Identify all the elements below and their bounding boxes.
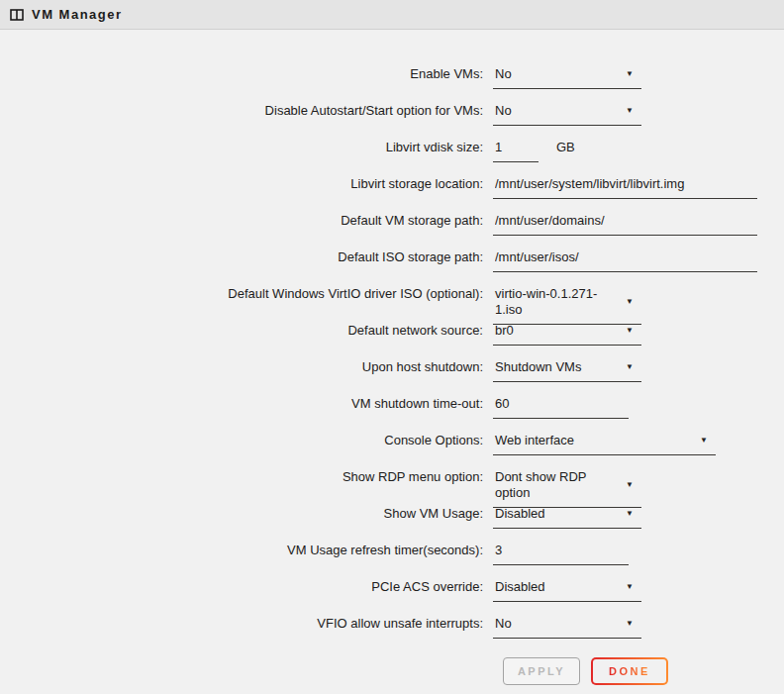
form-row: Disable Autostart/Start option for VMs:N… <box>0 93 784 130</box>
vfio-unsafe-interrupts-select[interactable]: No▼ <box>493 606 641 639</box>
apply-button[interactable]: APPLY <box>503 657 580 685</box>
done-button[interactable]: DONE <box>591 657 668 685</box>
form-row: Libvirt vdisk size:GB <box>0 130 784 166</box>
pcie-acs-override-label: PCIe ACS override: <box>0 569 493 595</box>
host-shutdown-select[interactable]: Shutdown VMs▼ <box>493 349 641 382</box>
libvirt-vdisk-size-suffix-label: GB <box>556 130 575 155</box>
form-row: Console Options:Web interface▼ <box>0 423 784 459</box>
done-button-label: DONE <box>609 665 650 677</box>
console-options-selected-value: Web interface <box>495 433 574 448</box>
vm-storage-path-input[interactable] <box>493 203 757 236</box>
network-source-label: Default network source: <box>0 313 493 339</box>
dropdown-caret-icon: ▼ <box>626 66 634 82</box>
form-rows: Enable VMs:No▼Disable Autostart/Start op… <box>0 56 784 643</box>
dropdown-caret-icon: ▼ <box>626 103 634 119</box>
form-row: PCIe ACS override:Disabled▼ <box>0 569 784 606</box>
shutdown-timeout-input[interactable] <box>493 386 629 419</box>
host-shutdown-label: Upon host shutdown: <box>0 349 493 375</box>
vm-manager-form: Enable VMs:No▼Disable Autostart/Start op… <box>0 30 784 685</box>
rdp-menu-option-label: Show RDP menu option: <box>0 459 493 485</box>
form-row: VFIO allow unsafe interrupts:No▼ <box>0 606 784 643</box>
iso-storage-path-input[interactable] <box>493 240 757 272</box>
page-title: VM Manager <box>32 7 123 22</box>
disable-autostart-selected-value: No <box>495 103 512 119</box>
network-source-select[interactable]: br0▼ <box>493 313 641 346</box>
dropdown-caret-icon: ▼ <box>626 477 634 493</box>
enable-vms-selected-value: No <box>495 66 512 82</box>
console-options-select[interactable]: Web interface▼ <box>493 423 716 455</box>
show-vm-usage-label: Show VM Usage: <box>0 496 493 522</box>
enable-vms-label: Enable VMs: <box>0 56 493 82</box>
form-row: VM Usage refresh timer(seconds): <box>0 533 784 569</box>
enable-vms-select[interactable]: No▼ <box>493 56 641 89</box>
libvirt-storage-input[interactable] <box>493 166 757 199</box>
dropdown-caret-icon: ▼ <box>626 616 634 632</box>
shutdown-timeout-label: VM shutdown time-out: <box>0 386 493 412</box>
disable-autostart-label: Disable Autostart/Start option for VMs: <box>0 93 493 119</box>
pcie-acs-override-selected-value: Disabled <box>495 579 545 595</box>
button-row: APPLY DONE <box>503 657 784 685</box>
console-options-label: Console Options: <box>0 423 493 448</box>
usage-refresh-timer-label: VM Usage refresh timer(seconds): <box>0 533 493 558</box>
vfio-unsafe-interrupts-label: VFIO allow unsafe interrupts: <box>0 606 493 632</box>
form-row: Show RDP menu option:Dont show RDP optio… <box>0 459 784 496</box>
network-source-selected-value: br0 <box>495 323 514 339</box>
form-row: Default network source:br0▼ <box>0 313 784 349</box>
libvirt-vdisk-size-input[interactable] <box>493 130 539 162</box>
form-row: Default Windows VirtIO driver ISO (optio… <box>0 276 784 313</box>
host-shutdown-selected-value: Shutdown VMs <box>495 359 581 375</box>
form-row: Enable VMs:No▼ <box>0 56 784 93</box>
disable-autostart-select[interactable]: No▼ <box>493 93 641 126</box>
vm-storage-path-label: Default VM storage path: <box>0 203 493 229</box>
dropdown-caret-icon: ▼ <box>626 359 634 375</box>
dropdown-caret-icon: ▼ <box>700 433 708 448</box>
show-vm-usage-select[interactable]: Disabled▼ <box>493 496 641 529</box>
columns-icon <box>10 9 24 21</box>
titlebar: VM Manager <box>0 0 784 30</box>
form-row: Default VM storage path: <box>0 203 784 240</box>
form-row: VM shutdown time-out: <box>0 386 784 423</box>
iso-storage-path-label: Default ISO storage path: <box>0 240 493 265</box>
dropdown-caret-icon: ▼ <box>626 323 634 339</box>
form-row: Libvirt storage location: <box>0 166 784 203</box>
libvirt-vdisk-size-label: Libvirt vdisk size: <box>0 130 493 155</box>
show-vm-usage-selected-value: Disabled <box>495 506 545 522</box>
virtio-driver-iso-label: Default Windows VirtIO driver ISO (optio… <box>0 276 493 302</box>
pcie-acs-override-select[interactable]: Disabled▼ <box>493 569 641 602</box>
form-row: Default ISO storage path: <box>0 240 784 276</box>
libvirt-storage-label: Libvirt storage location: <box>0 166 493 192</box>
form-row: Show VM Usage:Disabled▼ <box>0 496 784 533</box>
usage-refresh-timer-input[interactable] <box>493 533 629 565</box>
dropdown-caret-icon: ▼ <box>626 506 634 522</box>
vfio-unsafe-interrupts-selected-value: No <box>495 616 512 632</box>
dropdown-caret-icon: ▼ <box>626 579 634 595</box>
form-row: Upon host shutdown:Shutdown VMs▼ <box>0 349 784 386</box>
dropdown-caret-icon: ▼ <box>626 294 634 310</box>
